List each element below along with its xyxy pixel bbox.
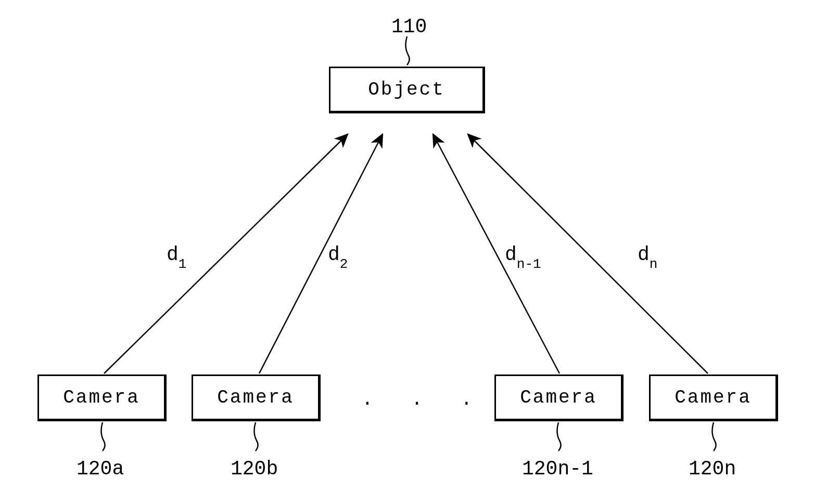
object-box: Object [329, 67, 485, 113]
arrow-d2 [259, 134, 383, 373]
camera-box-n-1: Camera [494, 374, 624, 421]
camera-2-ref: 120b [231, 458, 278, 480]
camera-1-leader [96, 422, 112, 454]
camera-2-leader [249, 422, 265, 454]
camera-box-1: Camera [37, 374, 167, 421]
distance-dn-label: dn [638, 243, 657, 269]
camera-box-n: Camera [649, 374, 778, 421]
camera-n-1-leader [552, 422, 568, 454]
camera-1-label: Camera [63, 387, 140, 408]
camera-box-2: Camera [192, 374, 321, 421]
ellipsis-dots: . . . [362, 389, 486, 410]
object-leader-line [401, 36, 416, 68]
camera-1-ref: 120a [77, 458, 124, 480]
camera-n-ref: 120n [689, 458, 736, 480]
camera-n-1-ref: 120n-1 [522, 458, 593, 480]
distance-d1-label: d1 [167, 243, 186, 269]
object-box-label: Object [368, 79, 445, 100]
object-ref-label: 110 [391, 16, 427, 38]
camera-n-label: Camera [675, 387, 752, 408]
distance-dn-1-label: dn-1 [505, 243, 541, 269]
distance-d2-label: d2 [328, 243, 348, 269]
arrow-dn [468, 134, 708, 373]
camera-n-1-label: Camera [520, 387, 597, 408]
arrow-d1 [104, 134, 348, 373]
camera-n-leader [707, 422, 723, 454]
camera-2-label: Camera [217, 387, 294, 408]
